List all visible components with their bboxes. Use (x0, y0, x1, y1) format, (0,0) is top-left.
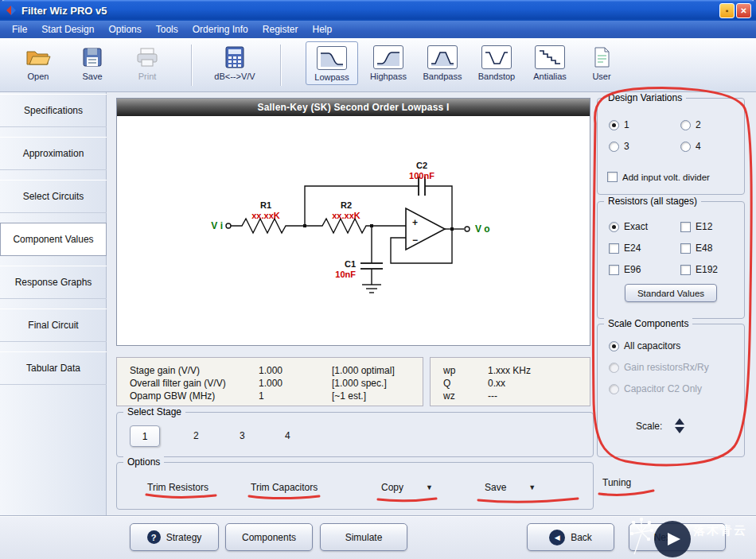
scale-all-capacitors-radio[interactable]: All capacitors (609, 340, 680, 351)
spin-up-icon[interactable] (675, 418, 684, 425)
sidebar-item-select-circuits[interactable]: Select Circuits (0, 180, 107, 213)
menu-item-tools[interactable]: Tools (149, 21, 185, 38)
bandpass-filter-icon (417, 45, 468, 70)
menu-item-help[interactable]: Help (305, 21, 339, 38)
back-button[interactable]: ◀ Back (527, 523, 614, 551)
scale-components-group: Scale Components All capacitors Gain res… (597, 324, 745, 457)
next-button[interactable]: Next (629, 523, 726, 551)
menu-item-file[interactable]: File (5, 21, 34, 38)
sidebar-item-specifications[interactable]: Specifications (0, 94, 107, 127)
menu-item-ordering-info[interactable]: Ordering Info (185, 21, 255, 38)
c1-value: 10nF (335, 270, 356, 279)
toolbar-print-label: Print (122, 72, 173, 81)
resistor-e48-checkbox[interactable]: E48 (680, 243, 712, 254)
variation-4-radio[interactable]: 4 (680, 141, 701, 152)
variation-3-radio[interactable]: 3 (609, 141, 629, 152)
select-stage-title: Select Stage (123, 406, 185, 417)
title-bar: Filter Wiz PRO v5 ▪ ✕ (0, 0, 756, 21)
toolbar-save-label: Save (67, 72, 118, 81)
freq-value: 0.xx (488, 378, 590, 390)
toolbar-bandpass-label: Bandpass (417, 72, 468, 81)
sidebar-item-final-circuit[interactable]: Final Circuit (0, 309, 107, 342)
menu-bar: File Start Design Options Tools Ordering… (0, 21, 756, 38)
toolbar-separator (191, 45, 192, 86)
freq-label: wp (443, 365, 488, 377)
scale-spinner (675, 418, 684, 433)
toolbar-bandpass-button[interactable]: Bandpass (417, 45, 468, 81)
stage-button-3[interactable]: 3 (240, 430, 245, 441)
sidebar-item-approximation[interactable]: Approximation (0, 137, 107, 170)
copy-dropdown-button[interactable]: Copy ▼ (381, 482, 433, 493)
checkbox-icon (680, 243, 691, 254)
variation-1-radio[interactable]: 1 (609, 119, 629, 130)
menu-item-register[interactable]: Register (255, 21, 306, 38)
design-variations-title: Design Variations (604, 92, 686, 103)
menu-item-options[interactable]: Options (101, 21, 148, 38)
stage-stats-panel: Stage gain (V/V) 1.000 [1.000 optimal] O… (116, 357, 423, 406)
c2-value: 100nF (409, 171, 435, 181)
scale-capacitor-c2-label: Capacitor C2 Only (624, 383, 702, 394)
stat-note: [1.000 optimal] (332, 365, 423, 377)
printer-icon (122, 45, 173, 70)
checkbox-icon (609, 243, 619, 254)
minimize-button[interactable]: ▪ (719, 3, 735, 18)
toolbar-highpass-button[interactable]: Highpass (363, 45, 414, 81)
toolbar-db-vv-button[interactable]: dB<-->V/V (208, 45, 261, 81)
sidebar-item-response-graphs[interactable]: Response Graphs (0, 266, 107, 299)
checkbox-icon (680, 222, 691, 232)
stat-value: 1 (259, 390, 332, 402)
save-dropdown-button[interactable]: Save ▼ (485, 482, 536, 493)
tuning-button[interactable]: Tuning (602, 477, 631, 488)
menu-item-start-design[interactable]: Start Design (34, 21, 101, 38)
app-window: Filter Wiz PRO v5 ▪ ✕ File Start Design … (0, 0, 756, 559)
design-variations-group: Design Variations 1 2 3 4 Add input volt… (597, 98, 745, 195)
strategy-button[interactable]: ? Strategy (130, 523, 219, 551)
radio-icon (609, 142, 619, 152)
spin-down-icon[interactable] (675, 427, 684, 433)
toolbar-highpass-label: Highpass (363, 72, 414, 81)
components-button[interactable]: Components (225, 523, 313, 551)
r2-label: R2 (341, 200, 352, 210)
checkbox-icon (609, 265, 619, 275)
stat-label: Overall filter gain (V/V) (130, 378, 259, 390)
bandstop-filter-icon (471, 45, 522, 70)
open-folder-icon (13, 45, 64, 70)
simulate-button[interactable]: Simulate (320, 523, 407, 551)
toolbar-print-button[interactable]: Print (122, 45, 173, 81)
chevron-down-icon[interactable]: ▼ (528, 483, 536, 491)
standard-values-button[interactable]: Standard Values (625, 284, 717, 302)
next-label: Next (654, 532, 674, 543)
resistor-e24-checkbox[interactable]: E24 (609, 243, 641, 254)
resistor-e96-checkbox[interactable]: E96 (609, 264, 641, 275)
bottom-bar: ? Strategy Components Simulate ◀ Back Ne… (0, 515, 756, 559)
toolbar-user-button[interactable]: User (579, 45, 624, 81)
stage-button-1[interactable]: 1 (130, 425, 160, 447)
circuit-panel: Sallen-Key (SK) Second Order Lowpass I (116, 98, 590, 346)
scale-components-title: Scale Components (604, 318, 692, 329)
radio-disabled-icon (609, 363, 619, 373)
toolbar-lowpass-button[interactable]: Lowpass (306, 41, 358, 85)
sidebar-item-component-values[interactable]: Component Values (0, 223, 107, 256)
toolbar-antialias-button[interactable]: Antialias (524, 45, 576, 81)
antialias-filter-icon (524, 45, 576, 70)
chevron-down-icon[interactable]: ▼ (426, 483, 433, 491)
toolbar-save-button[interactable]: Save (67, 45, 118, 81)
stage-button-4[interactable]: 4 (285, 430, 290, 441)
toolbar-bandstop-button[interactable]: Bandstop (471, 45, 522, 81)
options-title: Options (123, 456, 164, 468)
sidebar-item-tabular-data[interactable]: Tabular Data (0, 351, 107, 385)
input-divider-checkbox[interactable]: Add input volt. divider (607, 172, 710, 182)
close-button[interactable]: ✕ (736, 3, 751, 18)
variation-2-radio[interactable]: 2 (680, 119, 701, 130)
trim-resistors-button[interactable]: Trim Resistors (147, 482, 208, 493)
stage-button-2[interactable]: 2 (193, 430, 199, 441)
variation-4-label: 4 (696, 141, 701, 152)
radio-checked-icon (609, 341, 619, 351)
resistor-exact-radio[interactable]: Exact (609, 221, 648, 232)
toolbar-db-vv-label: dB<-->V/V (208, 72, 261, 81)
trim-capacitors-button[interactable]: Trim Capacitors (251, 482, 318, 493)
resistor-e12-checkbox[interactable]: E12 (680, 221, 712, 232)
vi-label: V i (211, 220, 223, 231)
resistor-e192-checkbox[interactable]: E192 (680, 264, 718, 275)
toolbar-open-button[interactable]: Open (13, 45, 64, 81)
